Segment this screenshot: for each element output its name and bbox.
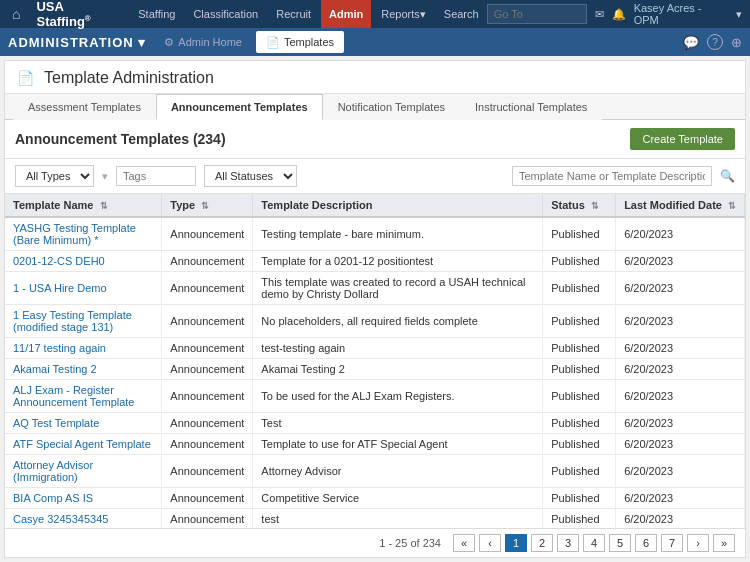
user-name[interactable]: Kasey Acres - OPM <box>634 2 728 26</box>
nav-classification[interactable]: Classification <box>185 0 266 28</box>
nav-reports[interactable]: Reports ▾ <box>373 0 434 28</box>
col-last-modified[interactable]: Last Modified Date ⇅ <box>616 194 745 217</box>
tags-filter[interactable] <box>116 166 196 186</box>
tab-assessment[interactable]: Assessment Templates <box>13 94 156 120</box>
cell-description: Testing template - bare minimum. <box>253 217 543 251</box>
nav-staffing[interactable]: Staffing <box>130 0 183 28</box>
go-to-input[interactable] <box>487 4 587 24</box>
col-template-name[interactable]: Template Name ⇅ <box>5 194 162 217</box>
cell-type: Announcement <box>162 217 253 251</box>
tab-notification[interactable]: Notification Templates <box>323 94 460 120</box>
cell-status: Published <box>543 380 616 413</box>
first-page-button[interactable]: « <box>453 534 475 552</box>
tab-bar: Assessment Templates Announcement Templa… <box>5 94 745 120</box>
cell-template-name[interactable]: ATF Special Agent Template <box>5 434 162 455</box>
col-type[interactable]: Type ⇅ <box>162 194 253 217</box>
prev-page-button[interactable]: ‹ <box>479 534 501 552</box>
type-filter[interactable]: All Types <box>15 165 94 187</box>
help-icon[interactable]: ? <box>707 34 723 50</box>
table-row: ALJ Exam - Register Announcement Templat… <box>5 380 745 413</box>
cell-template-name[interactable]: BIA Comp AS IS <box>5 488 162 509</box>
page-3-button[interactable]: 3 <box>557 534 579 552</box>
chat-icon[interactable]: 💬 <box>683 35 699 50</box>
nav-search[interactable]: Search <box>436 0 487 28</box>
mail-icon[interactable]: ✉ <box>595 8 604 21</box>
cell-description: test <box>253 509 543 529</box>
cell-template-name[interactable]: 0201-12-CS DEH0 <box>5 251 162 272</box>
cell-template-name[interactable]: YASHG Testing Template (Bare Minimum) * <box>5 217 162 251</box>
cell-template-name[interactable]: Attorney Advisor (Immigration) <box>5 455 162 488</box>
main-nav-links: Staffing Classification Recruit Admin Re… <box>130 0 486 28</box>
nav-admin[interactable]: Admin <box>321 0 371 28</box>
cell-date: 6/20/2023 <box>616 272 745 305</box>
home-nav-icon[interactable]: ⌂ <box>8 0 24 28</box>
cell-template-name[interactable]: Akamai Testing 2 <box>5 359 162 380</box>
last-page-button[interactable]: » <box>713 534 735 552</box>
table-row: Attorney Advisor (Immigration) Announcem… <box>5 455 745 488</box>
cell-template-name[interactable]: 1 Easy Testing Template (modified stage … <box>5 305 162 338</box>
top-navigation: ⌂ USA Staffing® Staffing Classification … <box>0 0 750 28</box>
cell-date: 6/20/2023 <box>616 413 745 434</box>
cell-template-name[interactable]: AQ Test Template <box>5 413 162 434</box>
page-1-button[interactable]: 1 <box>505 534 527 552</box>
table-row: 11/17 testing again Announcement test-te… <box>5 338 745 359</box>
pagination-bar: 1 - 25 of 234 « ‹ 1 2 3 4 5 6 7 › » <box>5 528 745 557</box>
cell-status: Published <box>543 455 616 488</box>
cell-description: Akamai Testing 2 <box>253 359 543 380</box>
filter-separator: ▾ <box>102 170 108 183</box>
create-template-button[interactable]: Create Template <box>630 128 735 150</box>
next-page-button[interactable]: › <box>687 534 709 552</box>
cell-template-name[interactable]: 11/17 testing again <box>5 338 162 359</box>
cell-status: Published <box>543 251 616 272</box>
cell-description: Template for a 0201-12 positiontest <box>253 251 543 272</box>
tab-announcement[interactable]: Announcement Templates <box>156 94 323 120</box>
sub-nav-left: ADMINISTRATION ▾ ⚙ Admin Home 📄 Template… <box>8 31 344 53</box>
page-6-button[interactable]: 6 <box>635 534 657 552</box>
page-2-button[interactable]: 2 <box>531 534 553 552</box>
cell-template-name[interactable]: ALJ Exam - Register Announcement Templat… <box>5 380 162 413</box>
table-row: BIA Comp AS IS Announcement Competitive … <box>5 488 745 509</box>
cell-type: Announcement <box>162 380 253 413</box>
cell-status: Published <box>543 413 616 434</box>
cell-type: Announcement <box>162 455 253 488</box>
tab-instructional[interactable]: Instructional Templates <box>460 94 602 120</box>
page-title: Template Administration <box>44 69 214 87</box>
col-status[interactable]: Status ⇅ <box>543 194 616 217</box>
cell-description: test-testing again <box>253 338 543 359</box>
sub-tab-templates[interactable]: 📄 Templates <box>256 31 344 53</box>
cell-status: Published <box>543 217 616 251</box>
templates-table: Template Name ⇅ Type ⇅ Template Descript… <box>5 194 745 528</box>
page-5-button[interactable]: 5 <box>609 534 631 552</box>
cell-template-name[interactable]: 1 - USA Hire Demo <box>5 272 162 305</box>
cell-type: Announcement <box>162 509 253 529</box>
sub-tab-admin-home[interactable]: ⚙ Admin Home <box>154 31 252 53</box>
search-icon[interactable]: 🔍 <box>720 169 735 183</box>
admin-title: ADMINISTRATION ▾ <box>8 35 146 50</box>
cell-type: Announcement <box>162 434 253 455</box>
status-filter[interactable]: All Statuses <box>204 165 297 187</box>
cell-type: Announcement <box>162 272 253 305</box>
toolbar: Announcement Templates (234) Create Temp… <box>5 120 745 159</box>
cell-date: 6/20/2023 <box>616 251 745 272</box>
add-icon[interactable]: ⊕ <box>731 35 742 50</box>
cell-description: Attorney Advisor <box>253 455 543 488</box>
page-4-button[interactable]: 4 <box>583 534 605 552</box>
top-nav-left: ⌂ USA Staffing® Staffing Classification … <box>8 0 487 29</box>
cell-status: Published <box>543 359 616 380</box>
table-row: Casye 3245345345 Announcement test Publi… <box>5 509 745 529</box>
alert-icon[interactable]: 🔔 <box>612 8 626 21</box>
page-title-icon: 📄 <box>17 70 34 86</box>
cell-date: 6/20/2023 <box>616 509 745 529</box>
page-7-button[interactable]: 7 <box>661 534 683 552</box>
cell-description: No placeholders, all required fields com… <box>253 305 543 338</box>
table-row: ATF Special Agent Template Announcement … <box>5 434 745 455</box>
cell-type: Announcement <box>162 251 253 272</box>
table-body: YASHG Testing Template (Bare Minimum) * … <box>5 217 745 528</box>
search-input[interactable] <box>512 166 712 186</box>
nav-recruit[interactable]: Recruit <box>268 0 319 28</box>
table-header-row: Template Name ⇅ Type ⇅ Template Descript… <box>5 194 745 217</box>
cell-status: Published <box>543 272 616 305</box>
table-container: Template Name ⇅ Type ⇅ Template Descript… <box>5 194 745 528</box>
user-menu-icon[interactable]: ▾ <box>736 8 742 21</box>
cell-template-name[interactable]: Casye 3245345345 <box>5 509 162 529</box>
